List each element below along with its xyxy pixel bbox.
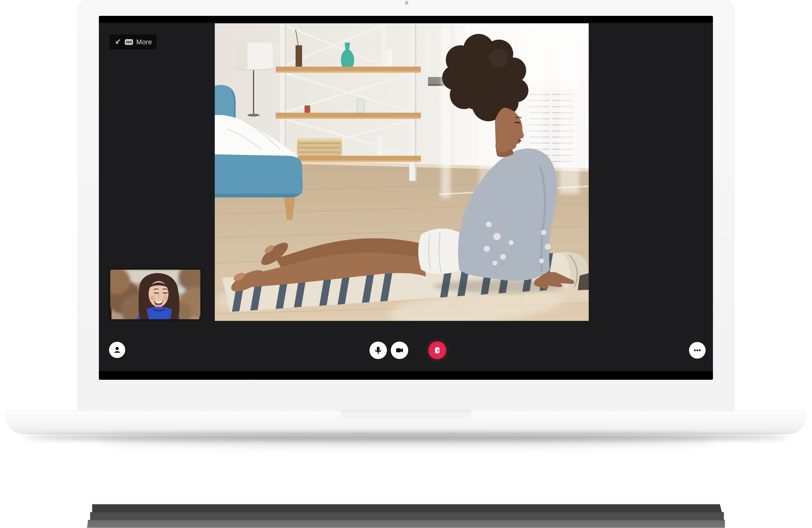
red-cup <box>304 105 310 113</box>
more-button[interactable]: More <box>109 34 157 49</box>
self-participant <box>136 273 180 319</box>
wicker-basket <box>297 138 342 156</box>
camera-icon <box>395 345 404 355</box>
person-icon <box>113 345 121 354</box>
hd-badge-icon <box>125 38 133 46</box>
webcam-dot <box>405 1 408 5</box>
incense-bottle <box>295 45 302 67</box>
white-vase <box>387 49 392 67</box>
more-button-label: More <box>136 38 152 46</box>
main-video-tile <box>215 23 589 321</box>
participants-button[interactable] <box>109 342 125 358</box>
call-received-arrow-icon <box>114 38 121 46</box>
camera-button[interactable] <box>391 342 408 359</box>
window-frame <box>425 23 432 77</box>
mattress <box>215 154 303 197</box>
microphone-button[interactable] <box>369 342 387 359</box>
ellipsis-icon <box>693 346 702 355</box>
microphone-icon <box>373 345 383 355</box>
glass-jar <box>357 99 364 113</box>
end-call-button[interactable] <box>428 341 446 359</box>
main-video-scene <box>215 23 589 321</box>
self-view-tile[interactable] <box>108 268 202 321</box>
laptop-mockup: More <box>0 0 812 528</box>
self-view-scene <box>110 270 200 319</box>
floor-reflection <box>87 504 725 528</box>
end-call-icon <box>433 346 442 355</box>
more-options-button[interactable] <box>689 342 706 359</box>
laptop-shadow-soft <box>98 437 714 446</box>
laptop-hinge-notch <box>341 411 471 419</box>
